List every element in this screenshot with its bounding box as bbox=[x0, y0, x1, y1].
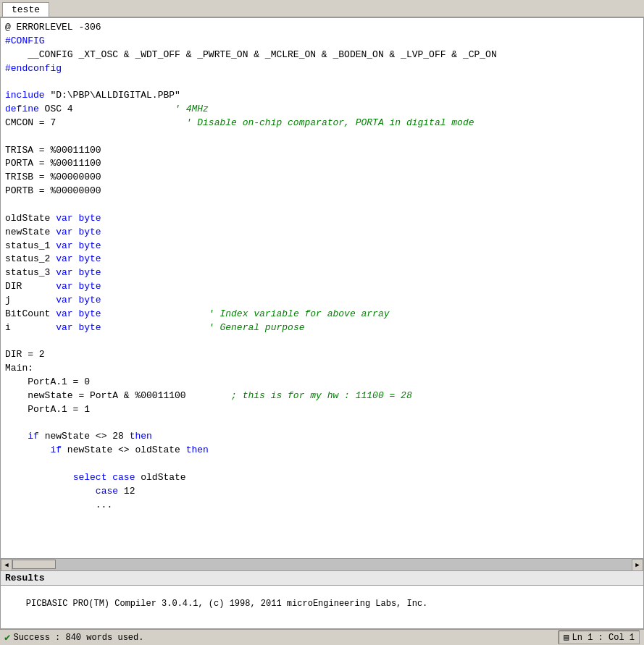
code-line bbox=[5, 334, 639, 348]
results-header: Results bbox=[1, 571, 643, 586]
scroll-track[interactable] bbox=[12, 559, 632, 571]
code-token: TRISA = %00011100 bbox=[5, 145, 101, 156]
code-token: byte bbox=[73, 267, 101, 278]
code-line: newState var byte bbox=[5, 226, 639, 240]
editor-tab[interactable]: teste bbox=[2, 2, 49, 17]
code-token: newState <> 28 bbox=[39, 431, 130, 442]
code-token: ' Index variable for above array bbox=[209, 308, 390, 319]
code-token: newState bbox=[5, 227, 56, 237]
code-token: byte bbox=[73, 240, 101, 251]
code-line: PORTA = %00011100 bbox=[5, 157, 639, 171]
code-token: byte bbox=[73, 295, 101, 305]
code-token: oldState bbox=[135, 472, 185, 483]
code-line: BitCount var byte ' Index variable for a… bbox=[5, 308, 639, 321]
code-token: var bbox=[56, 253, 72, 264]
code-line: TRISA = %00011100 bbox=[5, 144, 639, 158]
code-token: if bbox=[28, 431, 39, 442]
code-line: @ ERRORLEVEL -306 bbox=[5, 21, 639, 35]
scroll-left-button[interactable]: ◀ bbox=[1, 559, 12, 571]
code-token: __CONFIG _XT_OSC & _WDT_OFF & _PWRTE_ON … bbox=[5, 49, 497, 60]
code-token: ' 4MHz bbox=[175, 104, 209, 114]
code-token: PORTA = %00011100 bbox=[5, 158, 101, 169]
code-token: @ ERRORLEVEL -306 bbox=[5, 22, 101, 33]
code-token: byte bbox=[73, 308, 209, 319]
code-token: case bbox=[96, 486, 118, 497]
code-token: ' General purpose bbox=[209, 322, 305, 333]
code-line: ... bbox=[5, 499, 639, 513]
code-token: byte bbox=[73, 253, 101, 264]
code-token: newState <> oldState bbox=[62, 444, 186, 455]
status-right: ▤ Ln 1 : Col 1 bbox=[559, 631, 640, 644]
code-line: status_2 var byte bbox=[5, 253, 639, 266]
ln-col-text: Ln 1 : Col 1 bbox=[572, 633, 635, 643]
code-token: BitCount bbox=[5, 308, 56, 319]
code-token: byte bbox=[73, 322, 209, 333]
code-line: i var byte ' General purpose bbox=[5, 321, 639, 335]
code-line: case 12 bbox=[5, 485, 639, 499]
ln-col-badge: ▤ Ln 1 : Col 1 bbox=[559, 631, 640, 644]
code-token: define bbox=[5, 104, 39, 114]
code-token bbox=[5, 431, 28, 442]
code-line bbox=[5, 416, 639, 430]
code-token: ... bbox=[5, 499, 112, 510]
code-token: var bbox=[56, 240, 72, 251]
status-bar: ✔ Success : 840 words used. ▤ Ln 1 : Col… bbox=[0, 629, 644, 645]
code-token: status_3 bbox=[5, 267, 56, 278]
code-line: #CONFIG bbox=[5, 35, 639, 49]
scroll-thumb[interactable] bbox=[12, 560, 56, 569]
code-token: status_2 bbox=[5, 253, 56, 264]
code-token: then bbox=[130, 431, 152, 442]
code-token: ; this is for my hw : 11100 = 28 bbox=[225, 390, 411, 401]
code-token: #CONFIG bbox=[5, 35, 45, 46]
code-token: TRISB = %00000000 bbox=[5, 172, 101, 182]
code-token: var bbox=[56, 295, 72, 305]
ln-col-icon: ▤ bbox=[564, 632, 569, 643]
code-token: CMCON = 7 bbox=[5, 117, 141, 128]
code-token: if bbox=[50, 444, 62, 455]
code-token: PortA.1 = 1 bbox=[5, 404, 90, 415]
code-token: OSC 4 bbox=[39, 104, 175, 114]
status-left: ✔ Success : 840 words used. bbox=[4, 631, 559, 644]
code-line bbox=[5, 198, 639, 212]
code-token: "D:\PBP\ALLDIGITAL.PBP" bbox=[45, 90, 180, 101]
code-area: @ ERRORLEVEL -306#CONFIG __CONFIG _XT_OS… bbox=[5, 21, 639, 512]
code-token: var bbox=[56, 322, 72, 333]
code-token: ' Disable on-chip comparator, PORTA in d… bbox=[141, 117, 474, 128]
code-line: __CONFIG _XT_OSC & _WDT_OFF & _PWRTE_ON … bbox=[5, 49, 639, 62]
code-line: if newState <> 28 then bbox=[5, 430, 639, 444]
code-line: DIR = 2 bbox=[5, 348, 639, 362]
code-token: status_1 bbox=[5, 240, 56, 251]
code-token: byte bbox=[73, 281, 101, 292]
code-token: var bbox=[56, 267, 72, 278]
code-token: var bbox=[56, 213, 72, 224]
code-line bbox=[5, 458, 639, 471]
code-line: PORTB = %00000000 bbox=[5, 185, 639, 198]
code-token: byte bbox=[73, 227, 101, 237]
results-line1: PICBASIC PRO(TM) Compiler 3.0.4.1, (c) 1… bbox=[26, 599, 428, 609]
code-token: var bbox=[56, 308, 72, 319]
code-line: Main: bbox=[5, 362, 639, 376]
tab-bar: teste bbox=[0, 0, 644, 17]
code-token: DIR = 2 bbox=[5, 349, 45, 360]
editor-scroll[interactable]: @ ERRORLEVEL -306#CONFIG __CONFIG _XT_OS… bbox=[1, 18, 643, 558]
code-token: 12 bbox=[118, 486, 135, 497]
code-token bbox=[5, 486, 96, 497]
success-icon: ✔ bbox=[4, 631, 10, 644]
code-token: PORTB = %00000000 bbox=[5, 185, 101, 196]
horizontal-scrollbar[interactable]: ◀ ▶ bbox=[1, 558, 643, 570]
code-line: newState = PortA & %00011100 ; this is f… bbox=[5, 389, 639, 403]
code-token: oldState bbox=[5, 213, 56, 224]
code-token: include bbox=[5, 90, 45, 101]
code-token: newState = PortA & %00011100 bbox=[5, 390, 225, 401]
code-token: PortA.1 = 0 bbox=[5, 376, 90, 387]
code-line: TRISB = %00000000 bbox=[5, 171, 639, 185]
results-panel: Results PICBASIC PRO(TM) Compiler 3.0.4.… bbox=[0, 571, 644, 629]
code-line: status_1 var byte bbox=[5, 240, 639, 253]
code-line: #endconfig bbox=[5, 62, 639, 76]
code-line: PortA.1 = 1 bbox=[5, 403, 639, 417]
code-line: select case oldState bbox=[5, 471, 639, 485]
code-line: status_3 var byte bbox=[5, 266, 639, 280]
code-token: i bbox=[5, 322, 56, 333]
scroll-right-button[interactable]: ▶ bbox=[632, 559, 643, 571]
code-token: j bbox=[5, 295, 56, 305]
